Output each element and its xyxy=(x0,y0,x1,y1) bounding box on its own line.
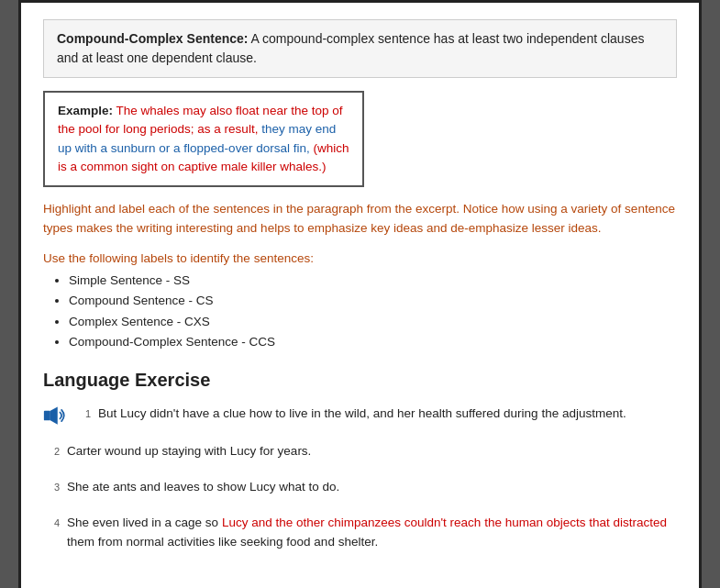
sentence-row-1: 1 But Lucy didn't have a clue how to liv… xyxy=(43,405,677,426)
exercise-title: Language Exercise xyxy=(43,366,677,394)
audio-icon[interactable] xyxy=(43,405,69,426)
labels-intro: Use the following labels to identify the… xyxy=(43,251,314,265)
labels-list: Simple Sentence - SS Compound Sentence -… xyxy=(69,272,677,351)
example-label: Example: xyxy=(58,104,113,117)
sentence-4-highlight: Lucy and the other chimpanzees couldn't … xyxy=(222,516,667,529)
sentence-text-4: She even lived in a cage so Lucy and the… xyxy=(67,514,677,552)
definition-term: Compound-Complex Sentence: xyxy=(57,31,248,46)
labels-section: Use the following labels to identify the… xyxy=(43,250,677,351)
sentence-text-2: Carter wound up staying with Lucy for ye… xyxy=(67,442,677,461)
sentence-row-4: 4 She even lived in a cage so Lucy and t… xyxy=(43,514,677,552)
page-frame: Compound-Complex Sentence: A compound-co… xyxy=(18,0,702,588)
sentence-text-3: She ate ants and leaves to show Lucy wha… xyxy=(67,478,677,497)
definition-box: Compound-Complex Sentence: A compound-co… xyxy=(43,19,677,78)
svg-rect-0 xyxy=(44,411,50,421)
sentence-1-inner: 1 But Lucy didn't have a clue how to liv… xyxy=(43,405,626,426)
sentence-num-2: 2 xyxy=(43,442,60,460)
label-item-cxs: Complex Sentence - CXS xyxy=(69,313,677,331)
label-item-ss: Simple Sentence - SS xyxy=(69,272,677,290)
sentence-num-4: 4 xyxy=(43,514,60,531)
label-item-cs: Compound Sentence - CS xyxy=(69,292,677,310)
sentence-row-2: 2 Carter wound up staying with Lucy for … xyxy=(43,442,677,461)
label-item-ccs: Compound-Complex Sentence - CCS xyxy=(69,333,677,351)
example-box: Example: The whales may also float near … xyxy=(43,91,364,187)
instructions-text: Highlight and label each of the sentence… xyxy=(43,200,677,239)
sentence-num-1: 1 xyxy=(74,405,91,422)
sentence-row-3: 3 She ate ants and leaves to show Lucy w… xyxy=(43,478,677,497)
sentence-num-3: 3 xyxy=(43,478,60,495)
svg-marker-1 xyxy=(50,406,58,424)
sentence-text-1: But Lucy didn't have a clue how to live … xyxy=(98,405,626,424)
